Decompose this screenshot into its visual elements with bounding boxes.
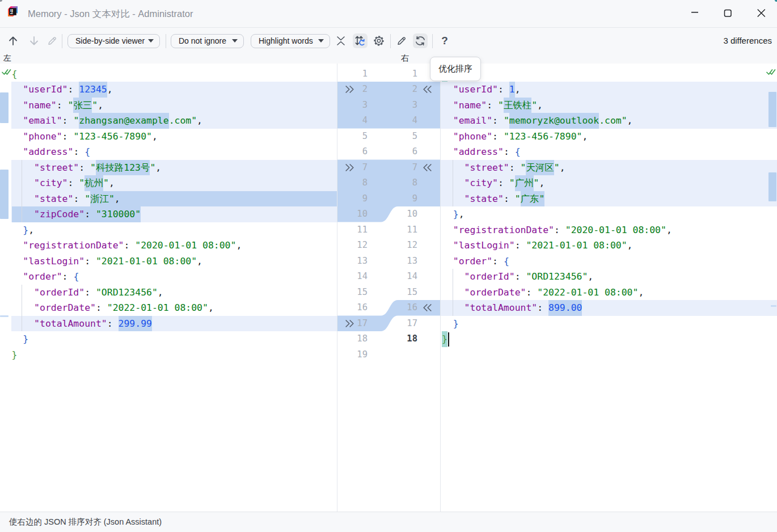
- code-segment: ,: [515, 82, 521, 98]
- code-segment: 899.00: [548, 300, 582, 316]
- help-button[interactable]: ?: [437, 33, 452, 48]
- apply-change-right-icon[interactable]: [345, 82, 354, 98]
- code-segment: ,: [109, 175, 115, 191]
- code-segment: ": [498, 98, 504, 113]
- highlight-mode-dropdown[interactable]: Highlight words: [251, 34, 330, 48]
- scrollbar-change-mark[interactable]: [0, 170, 9, 219]
- toolbar-separator: [432, 34, 433, 48]
- code-segment: 12345: [79, 82, 107, 98]
- code-segment: [12, 113, 23, 129]
- apply-change-right-icon[interactable]: [345, 160, 354, 176]
- scrollbar-change-mark[interactable]: [768, 172, 776, 201]
- status-bar: 使右边的 JSON 排序对齐 (Json Assistant): [0, 512, 777, 532]
- code-segment: ,: [236, 238, 242, 254]
- code-segment: {: [515, 144, 521, 160]
- sort-sync-button[interactable]: [353, 33, 368, 48]
- chevron-down-icon: [318, 39, 324, 43]
- line-number: 11: [337, 222, 368, 238]
- code-segment: [12, 191, 35, 207]
- close-button[interactable]: [748, 0, 774, 27]
- next-difference-button[interactable]: [27, 33, 41, 48]
- code-segment: [442, 222, 453, 238]
- code-segment: ": [534, 175, 539, 191]
- code-line: {: [11, 66, 337, 82]
- gear-icon: [372, 34, 386, 48]
- code-segment: [12, 238, 23, 254]
- code-line: "orderDate": "2022-01-01 08:00",: [441, 285, 777, 301]
- line-number: 4: [337, 113, 368, 129]
- code-segment: "2021-01-01 08:00": [96, 254, 197, 269]
- line-number: 4: [387, 113, 417, 129]
- code-segment: "orderId": [464, 269, 515, 285]
- code-segment: [12, 144, 23, 160]
- apply-change-left-icon[interactable]: [423, 82, 432, 98]
- code-segment: "email": [23, 113, 62, 129]
- code-line: "orderId": "ORD123456",: [441, 269, 777, 285]
- collapse-unchanged-button[interactable]: [333, 33, 348, 48]
- code-segment: :: [504, 191, 515, 207]
- highlight-mode-label: Highlight words: [259, 36, 313, 45]
- edit-disabled-button[interactable]: [45, 33, 60, 48]
- code-segment: ,: [666, 222, 672, 238]
- code-segment: "310000": [96, 206, 141, 222]
- minimize-button[interactable]: [682, 0, 708, 27]
- scrollbar-change-mark[interactable]: [771, 305, 776, 307]
- scrollbar-change-mark[interactable]: [0, 92, 9, 123]
- code-segment: 广东": [521, 191, 545, 207]
- line-number: 13: [337, 254, 368, 269]
- code-segment: :: [85, 254, 96, 269]
- scrollbar-change-mark[interactable]: [768, 92, 776, 127]
- code-segment: ,: [560, 160, 565, 176]
- title-bar[interactable]: IJ Memory - Json 文本对比 - Administrator: [0, 0, 777, 27]
- settings-button[interactable]: [371, 33, 386, 48]
- code-segment: ,: [115, 191, 120, 207]
- line-number: 11: [387, 222, 417, 238]
- code-segment: 299.99: [119, 316, 152, 332]
- ignore-policy-dropdown[interactable]: Do not ignore: [171, 34, 244, 48]
- code-segment: 广州: [515, 175, 534, 191]
- code-segment: [442, 144, 453, 160]
- code-segment: }: [453, 206, 459, 222]
- code-segment: [442, 191, 464, 207]
- previous-difference-button[interactable]: [6, 33, 20, 48]
- code-line: "userId": 12345,: [11, 82, 337, 98]
- indent-guide: [22, 160, 22, 222]
- code-line: "totalAmount": 299.99: [11, 316, 337, 332]
- apply-change-left-icon[interactable]: [423, 160, 432, 176]
- code-segment: "registrationDate": [453, 222, 554, 238]
- code-segment: "state": [34, 191, 73, 207]
- code-segment: "city": [34, 175, 67, 191]
- maximize-button[interactable]: [715, 0, 741, 27]
- pencil-icon: [395, 35, 408, 47]
- code-segment: :: [492, 113, 504, 129]
- apply-change-left-icon[interactable]: [423, 300, 432, 316]
- code-segment: "lastLogin": [453, 238, 515, 254]
- code-segment: ,: [459, 206, 464, 222]
- code-segment: ,: [98, 98, 103, 113]
- code-segment: 王铁柱: [504, 98, 531, 113]
- optimize-sort-button[interactable]: [413, 33, 428, 48]
- scrollbar-change-mark[interactable]: [0, 315, 9, 318]
- code-segment: "2022-01-01 08:00": [107, 300, 208, 316]
- code-line: "state": "浙江",: [11, 191, 337, 207]
- apply-change-right-icon[interactable]: [345, 316, 354, 332]
- line-number: 6: [337, 144, 368, 160]
- code-segment: ,: [197, 113, 202, 129]
- code-segment: :: [73, 144, 85, 160]
- code-segment: [442, 300, 464, 316]
- code-segment: :: [67, 82, 79, 98]
- code-line: "phone": "123-456-7890",: [441, 129, 777, 145]
- code-segment: "city": [464, 175, 498, 191]
- code-segment: :: [487, 98, 498, 113]
- edit-json-button[interactable]: [394, 33, 409, 48]
- line-number: 12: [337, 238, 368, 254]
- line-number: 9: [337, 191, 368, 207]
- tooltip-text: 优化排序: [438, 64, 472, 74]
- code-segment: ,: [208, 300, 214, 316]
- viewer-mode-dropdown[interactable]: Side-by-side viewer: [67, 34, 160, 48]
- code-segment: ": [90, 160, 96, 176]
- code-segment: :: [67, 175, 79, 191]
- line-number: 18: [387, 331, 417, 347]
- code-segment: :: [498, 82, 509, 98]
- arrow-down-icon: [28, 35, 40, 47]
